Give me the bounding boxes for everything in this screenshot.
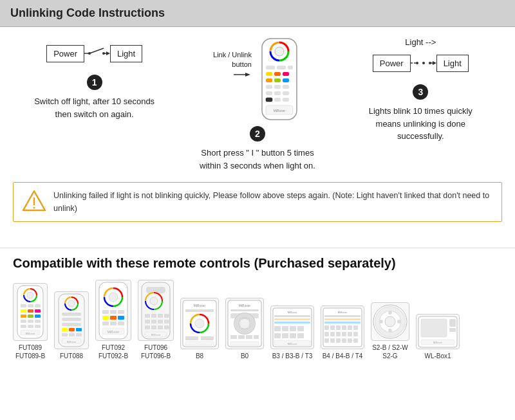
- svg-rect-121: [230, 335, 237, 339]
- svg-rect-49: [21, 315, 26, 318]
- svg-rect-16: [283, 72, 289, 76]
- instructions-section: Power Light 1 Switch off light, after 10…: [0, 27, 515, 245]
- svg-rect-54: [35, 320, 41, 323]
- svg-rect-103: [164, 325, 169, 329]
- remote-label-fut096: FUT096FUT096-B: [141, 343, 171, 360]
- svg-rect-122: [238, 335, 245, 339]
- step1-power-box: Power: [46, 45, 84, 62]
- svg-rect-23: [266, 91, 272, 95]
- svg-rect-46: [21, 309, 26, 313]
- list-item: MiBoxer FUT096FUT096-B: [138, 280, 174, 360]
- step1-light-box: Light: [110, 45, 142, 62]
- svg-rect-157: [353, 332, 358, 336]
- svg-point-42: [27, 292, 33, 298]
- svg-rect-175: [449, 328, 456, 332]
- svg-rect-79: [118, 310, 124, 314]
- remote-label-b0: B0: [241, 352, 248, 360]
- svg-point-62: [68, 300, 75, 307]
- remote-img-b0: MiBoxer: [225, 298, 264, 349]
- svg-rect-45: [35, 304, 41, 307]
- svg-rect-99: [164, 320, 169, 324]
- compatible-title: Compatible with these remote controls (P…: [13, 256, 502, 271]
- svg-rect-21: [274, 85, 281, 89]
- list-item: MiBoxer B0: [225, 298, 264, 360]
- remote-label-b3: B3 / B3-B / T3: [272, 352, 313, 360]
- list-item: MiBoxer MiBoxer B3 / B3-B / T3: [270, 306, 314, 360]
- svg-rect-26: [266, 98, 272, 102]
- step2-number: 2: [250, 126, 265, 142]
- dots-arrow-symbol: [411, 55, 436, 71]
- svg-rect-83: [102, 322, 109, 325]
- svg-text:MiBoxer: MiBoxer: [274, 109, 286, 113]
- link-arrow-icon: [234, 71, 252, 78]
- svg-rect-67: [69, 328, 75, 331]
- svg-rect-101: [151, 325, 156, 329]
- svg-rect-24: [274, 91, 281, 95]
- svg-rect-134: [297, 326, 304, 331]
- remote-label-fut088: FUT088: [60, 352, 83, 360]
- svg-rect-20: [266, 85, 272, 89]
- list-item: MiBoxer B8: [180, 298, 219, 360]
- svg-rect-156: [348, 332, 352, 336]
- remote-label-fut092: FUT092FUT092-B: [98, 343, 128, 360]
- svg-rect-92: [145, 314, 150, 318]
- svg-text:MiBoxer: MiBoxer: [151, 333, 161, 336]
- remote-img-b8: MiBoxer: [180, 298, 219, 349]
- svg-rect-111: [185, 336, 198, 340]
- compatible-section: Compatible with these remote controls (P…: [0, 256, 515, 370]
- svg-rect-93: [151, 314, 156, 318]
- svg-rect-102: [158, 325, 163, 329]
- remote-drawing: MiBoxer: [257, 37, 302, 121]
- svg-text:MiBoxer: MiBoxer: [288, 311, 297, 314]
- remote-img-b3: MiBoxer MiBoxer: [270, 306, 314, 349]
- svg-rect-22: [283, 85, 289, 89]
- svg-rect-100: [145, 325, 150, 329]
- svg-rect-51: [35, 315, 41, 318]
- svg-rect-137: [290, 333, 296, 338]
- svg-rect-57: [35, 325, 41, 328]
- svg-rect-125: [230, 342, 259, 345]
- svg-rect-112: [201, 336, 214, 340]
- svg-point-120: [239, 318, 250, 329]
- remote-img-fut089: MiBoxer: [13, 283, 48, 341]
- step3-power-box: Power: [373, 55, 411, 72]
- svg-text:MiBoxer: MiBoxer: [288, 342, 297, 345]
- list-item: MiBoxer FUT092FUT092-B: [95, 280, 131, 360]
- page-title: Unlinking Code Instructions: [10, 6, 165, 19]
- remote-img-s2: [371, 302, 409, 341]
- svg-text:MiBoxer: MiBoxer: [239, 304, 251, 307]
- remote-label-b4: B4 / B4-B / T4: [323, 352, 363, 360]
- svg-rect-108: [185, 309, 214, 312]
- remote-label-wlbox1: WL-Box1: [424, 352, 451, 360]
- switch-symbol: [84, 46, 110, 61]
- svg-point-168: [397, 320, 401, 324]
- step3-diagram: Power Light: [373, 47, 469, 79]
- svg-rect-55: [21, 325, 26, 328]
- list-item: MiBoxer FUT089FUT089-B: [13, 283, 48, 360]
- svg-rect-129: [274, 318, 310, 320]
- step-1: Power Light 1 Switch off light, after 10…: [24, 37, 165, 120]
- remotes-row: MiBoxer FUT089FUT089-B: [13, 280, 502, 360]
- svg-rect-116: [230, 309, 259, 311]
- svg-rect-27: [274, 98, 281, 102]
- svg-rect-66: [62, 328, 68, 331]
- link-unlink-label: Link / Unlinkbutton: [213, 50, 252, 70]
- svg-rect-63: [62, 313, 81, 316]
- svg-rect-65: [62, 323, 81, 326]
- svg-point-33: [422, 62, 425, 64]
- svg-rect-147: [330, 325, 335, 330]
- list-item: MiBoxer WL-Box1: [416, 314, 460, 360]
- svg-rect-144: [324, 318, 360, 320]
- svg-rect-152: [324, 332, 329, 336]
- page-header: Unlinking Code Instructions: [0, 0, 515, 27]
- svg-rect-81: [110, 316, 117, 320]
- svg-rect-44: [28, 304, 33, 307]
- svg-rect-145: [324, 322, 360, 324]
- svg-rect-28: [283, 98, 289, 102]
- svg-text:MiBoxer: MiBoxer: [433, 341, 443, 344]
- svg-rect-82: [118, 316, 124, 320]
- svg-rect-97: [151, 320, 156, 324]
- svg-rect-48: [35, 309, 41, 313]
- list-item: S2-B / S2-WS2-G: [371, 302, 409, 360]
- svg-rect-47: [28, 309, 33, 313]
